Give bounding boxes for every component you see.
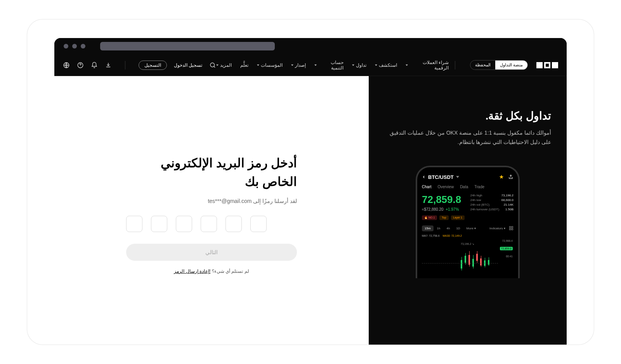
tab-overview[interactable]: Overview bbox=[437, 185, 454, 189]
code-digit-5[interactable] bbox=[226, 216, 242, 232]
chevron-down-icon bbox=[352, 64, 354, 66]
tag-layer1: Layer 1 bbox=[451, 215, 465, 220]
svg-rect-6 bbox=[512, 229, 513, 230]
traffic-close-icon[interactable] bbox=[64, 44, 68, 49]
chevron-left-icon bbox=[422, 175, 426, 179]
download-icon[interactable] bbox=[105, 62, 112, 69]
help-icon[interactable] bbox=[77, 62, 84, 69]
phone-mockup: BTC/USDT Chart Overview Data Trade bbox=[416, 166, 520, 278]
traffic-max-icon[interactable] bbox=[81, 44, 85, 49]
chevron-down-icon bbox=[291, 64, 293, 66]
nav-discover[interactable]: استكشف bbox=[375, 62, 397, 68]
indicators-button[interactable]: Indicators ▾ bbox=[487, 225, 508, 231]
nav-separator bbox=[125, 61, 125, 69]
nav-build[interactable]: إصدار bbox=[291, 62, 306, 68]
device-frame: منصة التداول المحفظة شراء العملات الرقمي… bbox=[27, 19, 594, 345]
toggle-wallet[interactable]: المحفظة bbox=[470, 61, 495, 69]
high-label: 73,196.2 ↘ bbox=[461, 243, 474, 246]
verification-panel: أدخل رمز البريد الإلكتروني الخاص بك لقد … bbox=[54, 76, 369, 345]
tab-data[interactable]: Data bbox=[460, 185, 468, 189]
tf-15m[interactable]: 15m bbox=[422, 225, 434, 231]
tf-more[interactable]: More ▾ bbox=[464, 225, 479, 231]
chevron-down-icon bbox=[406, 64, 408, 66]
promo-description: أموالك دائما مكفول بنسبة 1:1 على منصة OK… bbox=[384, 128, 551, 147]
chevron-down-icon bbox=[314, 64, 317, 66]
code-digit-1[interactable] bbox=[126, 216, 142, 232]
content: تداول بكل ثقة. أموالك دائما مكفول بنسبة … bbox=[54, 76, 567, 345]
promo-title: تداول بكل ثقة. bbox=[486, 109, 551, 122]
svg-point-2 bbox=[210, 63, 215, 67]
toggle-exchange[interactable]: منصة التداول bbox=[495, 61, 527, 69]
okx-logo[interactable] bbox=[536, 62, 558, 68]
nav-icons: التسجيل تسجيل الدخول bbox=[63, 61, 216, 70]
chart-y-axis: 72,988.4 72,859.8 00:41 bbox=[500, 239, 513, 262]
candlestick-chart[interactable]: 73,196.2 ↘ 72,988.4 72,859.8 00:41 bbox=[422, 239, 513, 278]
promo-panel: تداول بكل ثقة. أموالك دائما مكفول بنسبة … bbox=[369, 76, 567, 345]
current-price: 72,859.8 bbox=[422, 194, 461, 206]
code-digit-3[interactable] bbox=[176, 216, 192, 232]
code-input-row bbox=[126, 216, 297, 232]
tag-top: Top bbox=[439, 215, 448, 220]
nav-menu: شراء العملات الرقمية استكشف تداول حساب ا… bbox=[216, 60, 449, 71]
code-digit-2[interactable] bbox=[151, 216, 167, 232]
ma-indicators: MA7: 72,758.6MA30: 72,149.2 bbox=[422, 234, 513, 237]
traffic-min-icon[interactable] bbox=[72, 44, 77, 49]
asset-tags: 🔥 NO.1 Top Layer 1 bbox=[422, 215, 513, 220]
resend-row: لم تستلم أي شيء؟ !إعادة إرسال الرمز bbox=[126, 269, 297, 274]
trading-pair[interactable]: BTC/USDT bbox=[422, 174, 459, 180]
price-stats: 24h high73,196.2 24h low68,600.0 24h vol… bbox=[470, 194, 513, 212]
code-digit-6[interactable] bbox=[250, 216, 267, 232]
settings-icon[interactable] bbox=[509, 226, 513, 231]
nav-grow[interactable]: حساب التنمية bbox=[314, 60, 343, 71]
url-bar[interactable] bbox=[100, 42, 275, 50]
svg-rect-4 bbox=[512, 227, 513, 228]
nav-more[interactable]: المزيد bbox=[216, 62, 232, 68]
chevron-down-icon bbox=[375, 64, 377, 66]
nav-institutions[interactable]: المؤسسات bbox=[257, 62, 283, 68]
nav-separator bbox=[455, 61, 455, 69]
nav-trade[interactable]: تداول bbox=[352, 62, 366, 68]
nav-buy-crypto[interactable]: شراء العملات الرقمية bbox=[406, 60, 449, 71]
tab-chart[interactable]: Chart bbox=[422, 185, 431, 189]
search-icon[interactable] bbox=[209, 62, 216, 69]
product-toggle: منصة التداول المحفظة bbox=[470, 60, 528, 70]
tf-1h[interactable]: 1h bbox=[434, 225, 443, 231]
form-title: أدخل رمز البريد الإلكتروني الخاص بك bbox=[126, 154, 297, 191]
nav-learn[interactable]: تعلَّم bbox=[240, 62, 248, 68]
signup-button[interactable]: التسجيل bbox=[139, 61, 167, 70]
bell-icon[interactable] bbox=[91, 62, 98, 69]
phone-tabs: Chart Overview Data Trade bbox=[422, 185, 513, 189]
tf-4h[interactable]: 4h bbox=[444, 225, 453, 231]
browser-window: منصة التداول المحفظة شراء العملات الرقمي… bbox=[54, 38, 567, 345]
resend-link[interactable]: !إعادة إرسال الرمز bbox=[174, 269, 210, 274]
price-change: ≈$72,880.20 +1.97% bbox=[422, 207, 461, 211]
next-button[interactable]: التالي bbox=[126, 244, 297, 261]
share-icon[interactable] bbox=[508, 174, 513, 180]
chevron-down-icon bbox=[216, 64, 219, 66]
timeframe-row: 15m 1h 4h 1D More ▾ Indicators ▾ bbox=[422, 225, 513, 231]
chevron-down-icon bbox=[456, 175, 459, 179]
tag-no1: 🔥 NO.1 bbox=[422, 215, 437, 220]
star-icon[interactable] bbox=[499, 174, 504, 180]
code-digit-4[interactable] bbox=[201, 216, 217, 232]
form-subtitle: لقد أرسلنا رمزًا إلى tes***@gmail.com bbox=[126, 198, 297, 204]
globe-icon[interactable] bbox=[63, 62, 70, 69]
tf-1d[interactable]: 1D bbox=[453, 225, 463, 231]
svg-rect-3 bbox=[510, 227, 511, 228]
tab-trade[interactable]: Trade bbox=[474, 185, 484, 189]
chevron-down-icon bbox=[257, 64, 259, 66]
login-link[interactable]: تسجيل الدخول bbox=[174, 62, 202, 68]
nav-bar: منصة التداول المحفظة شراء العملات الرقمي… bbox=[54, 54, 567, 76]
browser-chrome bbox=[54, 38, 567, 54]
svg-rect-5 bbox=[510, 229, 511, 230]
